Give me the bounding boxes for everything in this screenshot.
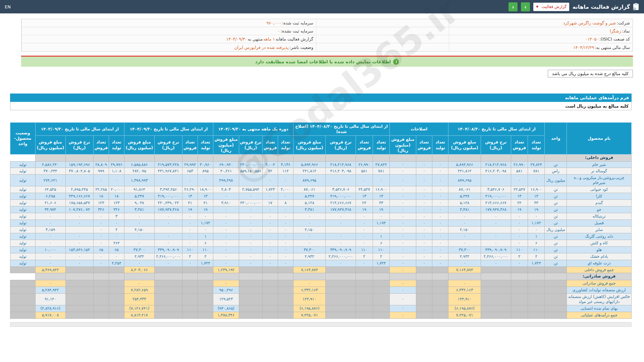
unit: میلیون ریال: [545, 226, 567, 233]
value-cell: [511, 287, 528, 294]
section-cell: [373, 154, 389, 161]
product-name: شیر خام: [567, 161, 632, 168]
value-cell: [481, 305, 511, 312]
value-cell: [93, 293, 109, 305]
value-cell: ۴,۵۸۶,۲۴۰: [35, 161, 65, 168]
value-cell: ۱,۷۲۴: [373, 260, 389, 266]
value-cell: ۴,۸۰۳: [213, 186, 239, 193]
page-title: گزارش فعالیت ماهانه: [573, 4, 630, 10]
value-cell: [198, 280, 213, 287]
value-cell: ۰: [262, 206, 278, 213]
total-amount: ۰: [390, 287, 416, 294]
value-cell: ۰: [293, 260, 325, 266]
value-cell: ۰: [432, 226, 448, 233]
status-cell: تولید: [10, 175, 36, 186]
section-cell: [293, 154, 325, 161]
value-cell: ۷۲: [262, 168, 278, 175]
value-cell: ۰: [326, 233, 356, 240]
col-status: وضعیت محصول-واحد: [10, 123, 36, 155]
total-row: بهای تمام شده انتسابی(۶,۱۹۵,۸۷۶)۰(۶,۱۹۵,…: [10, 305, 632, 312]
app-brand: گزارش فعالیت ماهانه: [573, 3, 639, 11]
value-cell: ۰: [390, 253, 416, 260]
sub-header: تعداد تولید: [198, 136, 213, 155]
value-cell: ۳۳: [373, 200, 389, 206]
section-cell: [432, 154, 448, 161]
previous-report-button[interactable]: ‹: [508, 2, 518, 11]
value-cell: ۲۴: [511, 200, 528, 206]
table-row: هلوتن۱۱۰۱۱۰۳۳۹,۰۹۰,۹۰۹۳۷,۳۰۰۰۰۰۱۱۰۱۱۰۳۳۹…: [10, 246, 632, 253]
value-cell: [182, 266, 198, 273]
top-header-bar: گزارش فعالیت ماهانه گزارش فعالیت ماهانه …: [0, 0, 644, 13]
info-cell-spacer-0: [316, 19, 449, 27]
table-row: سایرمیلیون ریال۰۰۴,۱۵۰۰۰۰۰۰۴,۱۵۰۰۰۰۰۰۰۴,…: [10, 226, 632, 233]
value-cell: [528, 280, 545, 287]
value-cell: ۰: [416, 233, 432, 240]
section-cell: [448, 273, 481, 280]
value-cell: ۳: [109, 213, 124, 220]
language-toggle-en[interactable]: EN: [5, 4, 11, 9]
value-cell: ۰: [93, 226, 109, 233]
value-cell: [154, 305, 182, 312]
value-cell: [65, 266, 93, 273]
section-cell: [511, 154, 528, 161]
sub-header: تعداد تولید: [432, 136, 448, 155]
value-cell: ۳,۱۵۹: [35, 226, 65, 233]
value-cell: [481, 293, 511, 305]
total-amount: ۵,۲۸۴,۹۴۲: [35, 287, 65, 294]
value-cell: ۰: [356, 226, 373, 233]
product-name: تریتیکاله: [567, 213, 632, 220]
value-cell: ۴,۱۵۰: [448, 226, 481, 233]
value-cell: [65, 280, 93, 287]
value-cell: [262, 293, 278, 305]
value-cell: ۲۳۰,۰۰۰,۰۰۰: [239, 200, 262, 206]
form-title-strip: فرم درآمدهای عملیاتی ماهانه: [10, 94, 632, 102]
value-cell: ۰: [390, 200, 416, 206]
value-cell: ۱۸: [109, 193, 124, 200]
value-cell: ۰: [213, 246, 239, 253]
value-cell: ۲,۴۶۶,۰۰۰,۰۰۰: [481, 253, 511, 260]
section-cell: [545, 273, 567, 280]
value-cell: ۰: [416, 200, 432, 206]
value-cell: ۰: [239, 246, 262, 253]
table-row: جوتن۱۹۱۹۱۷۷,۹۴۷,۳۶۸۳,۳۸۱۰۰۰۱۹۱۹۱۷۷,۹۴۷,۳…: [10, 206, 632, 213]
value-cell: ۰: [65, 240, 93, 246]
value-cell: [481, 175, 511, 186]
value-cell: [65, 175, 93, 186]
unit: [545, 287, 567, 294]
value-cell: [239, 293, 262, 305]
value-cell: [356, 266, 373, 273]
total-label: جمع درآمدهای عملیاتی: [567, 312, 632, 318]
status-cell: تولید: [10, 213, 36, 220]
value-cell: ۰: [432, 240, 448, 246]
value-cell: ۲,۴۶۶,۰۰۰,۰۰۰: [154, 253, 182, 260]
value-cell: [182, 312, 198, 318]
section-label: فروش داخلی:: [567, 154, 632, 161]
sub-header: تعداد تولید: [528, 136, 545, 155]
value-cell: [93, 266, 109, 273]
total-amount: ۷,۲۸۲,۶۵۹: [124, 287, 154, 294]
unit: تن: [545, 233, 567, 240]
report-type-dropdown[interactable]: گزارش فعالیت ماهانه ▼: [533, 3, 569, 11]
value-cell: ۰: [373, 175, 389, 186]
value-cell: [373, 280, 389, 287]
value-cell: ۰: [262, 226, 278, 233]
value-cell: ۵۵۹,۱۸۰,۵۵۶: [239, 168, 262, 175]
value-cell: ۰: [262, 260, 278, 266]
product-name: ذرت علوفه اي: [567, 260, 632, 266]
value-cell: ۰: [239, 240, 262, 246]
value-cell: ۸۷,۰۶۱: [293, 186, 325, 193]
value-cell: [154, 175, 182, 186]
sub-header: نرخ فروش (ریال): [481, 136, 511, 155]
value-cell: ۰: [528, 226, 545, 233]
value-cell: [511, 280, 528, 287]
value-cell: ۰: [239, 253, 262, 260]
value-cell: ۱۲۳: [109, 200, 124, 206]
sub-header: مبلغ فروش (میلیون ریال): [390, 136, 416, 155]
sub-header: نرخ فروش (ریال): [239, 136, 262, 155]
next-report-button[interactable]: ›: [521, 2, 530, 11]
value-cell: ۰: [154, 233, 182, 240]
form-section: فرم درآمدهای عملیاتی ماهانه کلیه مبالغ ب…: [10, 94, 632, 110]
value-cell: ۲: [528, 253, 545, 260]
value-cell: ۲۴۱,۸۱۴: [448, 168, 481, 175]
value-cell: [511, 305, 528, 312]
